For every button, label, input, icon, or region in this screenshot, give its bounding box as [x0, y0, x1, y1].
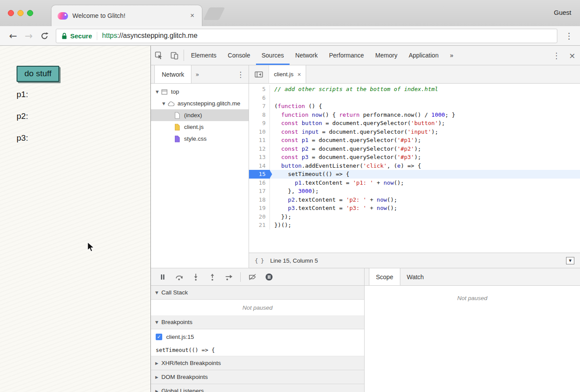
devtools-tab-application[interactable]: Application — [403, 46, 444, 65]
line-number[interactable]: 11 — [249, 136, 270, 145]
pause-icon[interactable] — [155, 271, 170, 283]
code-line-9[interactable]: 9 const button = document.querySelector(… — [249, 119, 580, 128]
code-text: })(); — [270, 221, 580, 230]
close-icon[interactable]: × — [564, 46, 580, 65]
browser-tab[interactable]: Welcome to Glitch! × — [51, 5, 202, 26]
tree-item-label: client.js — [184, 124, 204, 130]
tab-strip: Welcome to Glitch! × Guest — [0, 0, 580, 26]
line-number[interactable]: 7 — [249, 102, 270, 111]
code-line-12[interactable]: 12 const p2 = document.querySelector('#p… — [249, 145, 580, 153]
line-number[interactable]: 19 — [249, 204, 270, 213]
code-line-17[interactable]: 17 }, 3000); — [249, 187, 580, 196]
tree-item-index[interactable]: (index) — [151, 109, 249, 121]
editor-tab-clientjs[interactable]: client.js × — [269, 65, 306, 83]
more-menu-icon[interactable]: ⋮ — [549, 46, 564, 65]
line-number[interactable]: 6 — [249, 94, 270, 102]
tab-watch[interactable]: Watch — [400, 268, 430, 285]
code-line-11[interactable]: 11 const p1 = document.querySelector('#p… — [249, 136, 580, 145]
zoom-window-button[interactable] — [27, 10, 33, 16]
line-number[interactable]: 9 — [249, 119, 270, 128]
code-line-15[interactable]: 15 setTimeout(() => { — [249, 170, 580, 179]
devtools-tab-performance[interactable]: Performance — [323, 46, 369, 65]
close-window-button[interactable] — [8, 10, 14, 16]
devtools-tab-console[interactable]: Console — [222, 46, 256, 65]
code-line-10[interactable]: 10 const input = document.querySelector(… — [249, 128, 580, 136]
breakpoint-checkbox[interactable]: ✓ — [156, 334, 162, 340]
inspect-element-icon[interactable] — [151, 46, 167, 65]
collapsed-sections: ▶XHR/fetch Breakpoints▶DOM Breakpoints▶G… — [151, 356, 364, 392]
line-number[interactable]: 21 — [249, 221, 270, 230]
navigator-tabbar: Network » ⋮ — [151, 65, 249, 84]
pretty-print-icon[interactable]: { } — [255, 257, 263, 264]
tree-item-asyncstepping-glitch-me[interactable]: ▼asyncstepping.glitch.me — [151, 98, 249, 109]
code-line-5[interactable]: 5// add other scripts at the bottom of i… — [249, 85, 580, 94]
line-number[interactable]: 17 — [249, 187, 270, 196]
line-number[interactable]: 16 — [249, 179, 270, 187]
device-toolbar-icon[interactable] — [167, 46, 182, 65]
deactivate-breakpoints-icon[interactable] — [245, 271, 259, 283]
code-line-14[interactable]: 14 button.addEventListener('click', (e) … — [249, 162, 580, 170]
breakpoints-header[interactable]: ▼ Breakpoints — [151, 315, 364, 329]
navigator-menu-icon[interactable]: ⋮ — [232, 65, 249, 83]
code-line-21[interactable]: 21})(); — [249, 221, 580, 230]
section-dom-breakpoints[interactable]: ▶DOM Breakpoints — [151, 370, 364, 384]
section-global-listeners[interactable]: ▶Global Listeners — [151, 384, 364, 392]
step-icon[interactable] — [222, 271, 236, 283]
new-tab-button[interactable] — [203, 7, 225, 20]
line-number[interactable]: 8 — [249, 111, 270, 119]
tree-item-client-js[interactable]: client.js — [151, 121, 249, 133]
pause-on-exceptions-icon[interactable] — [262, 271, 276, 283]
line-number[interactable]: 14 — [249, 162, 270, 170]
code-line-7[interactable]: 7(function () { — [249, 102, 580, 111]
devtools-tab-elements[interactable]: Elements — [185, 46, 222, 65]
mouse-cursor-icon — [87, 242, 95, 253]
tree-item-top[interactable]: ▼top — [151, 86, 249, 98]
code-line-19[interactable]: 19 p3.textContent = 'p3: ' + now(); — [249, 204, 580, 213]
step-into-icon[interactable] — [188, 271, 203, 283]
reload-icon[interactable] — [37, 31, 52, 40]
navigator-tab-network[interactable]: Network — [154, 65, 191, 83]
minimize-window-button[interactable] — [17, 10, 24, 16]
devtools-tab-network[interactable]: Network — [290, 46, 323, 65]
code-editor[interactable]: 5// add other scripts at the bottom of i… — [249, 84, 580, 253]
devtools-tab-overflow[interactable]: » — [444, 46, 459, 65]
line-number[interactable]: 10 — [249, 128, 270, 136]
line-number[interactable]: 13 — [249, 153, 270, 162]
devtools-tab-memory[interactable]: Memory — [370, 46, 403, 65]
line-number[interactable]: 5 — [249, 85, 270, 94]
code-line-8[interactable]: 8 function now() { return performance.no… — [249, 111, 580, 119]
do-stuff-button[interactable]: do stuff — [17, 66, 59, 82]
step-over-icon[interactable] — [172, 271, 186, 283]
address-bar[interactable]: Secure https://asyncstepping.glitch.me — [56, 29, 557, 43]
code-line-20[interactable]: 20 }); — [249, 213, 580, 221]
disclosure-expanded-icon[interactable]: ▼ — [161, 101, 167, 106]
tab-scope[interactable]: Scope — [369, 268, 400, 285]
code-line-18[interactable]: 18 p2.textContent = 'p2: ' + now(); — [249, 196, 580, 204]
browser-menu-icon[interactable]: ⋮ — [563, 31, 575, 41]
breakpoint-item[interactable]: ✓client.js:15 — [151, 329, 364, 344]
disclosure-expanded-icon[interactable]: ▼ — [154, 90, 160, 94]
editor-tab-close-icon[interactable]: × — [297, 71, 301, 78]
devtools-tab-sources[interactable]: Sources — [256, 46, 290, 65]
tab-close-icon[interactable]: × — [188, 11, 197, 20]
file-tree: ▼top▼asyncstepping.glitch.me(index)clien… — [151, 84, 249, 268]
breakpoint-marker[interactable]: 15 — [249, 170, 270, 179]
back-icon[interactable]: ← — [5, 30, 21, 41]
url-text[interactable]: https://asyncstepping.glitch.me — [102, 32, 198, 40]
toggle-navigator-icon[interactable] — [249, 65, 269, 83]
line-number[interactable]: 20 — [249, 213, 270, 221]
call-stack-header[interactable]: ▼ Call Stack — [151, 286, 364, 300]
drawer-toggle-icon[interactable]: ▼ — [566, 257, 574, 264]
section-xhr-fetch-breakpoints[interactable]: ▶XHR/fetch Breakpoints — [151, 356, 364, 370]
paragraph-label-p1: p1: — [17, 90, 28, 112]
line-number[interactable]: 18 — [249, 196, 270, 204]
code-line-13[interactable]: 13 const p3 = document.querySelector('#p… — [249, 153, 580, 162]
code-line-16[interactable]: 16 p1.textContent = 'p1: ' + now(); — [249, 179, 580, 187]
tree-item-style-css[interactable]: style.css — [151, 133, 249, 145]
section-title: Global Listeners — [161, 388, 204, 392]
line-number[interactable]: 12 — [249, 145, 270, 153]
navigator-overflow-icon[interactable]: » — [191, 65, 203, 83]
navigator-sidebar: Network » ⋮ ▼top▼asyncstepping.glitch.me… — [151, 65, 249, 268]
step-out-icon[interactable] — [205, 271, 219, 283]
code-line-6[interactable]: 6 — [249, 94, 580, 102]
